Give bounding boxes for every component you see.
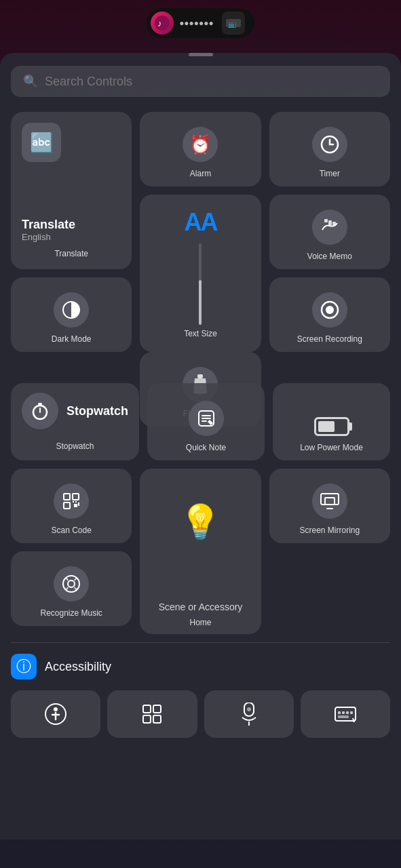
svg-rect-22: [75, 501, 77, 502]
stopwatch-icon: [22, 393, 58, 429]
recognize-music-cell[interactable]: Recognize Music: [11, 551, 132, 626]
controls-grid: 🔤 Translate English Translate ⏰ Alarm Ti…: [11, 112, 390, 427]
svg-rect-39: [342, 711, 345, 714]
screen-recording-label: Screen Recording: [297, 334, 362, 345]
acc-cell-2[interactable]: [204, 690, 294, 738]
svg-point-29: [54, 707, 58, 711]
text-size-slider[interactable]: [199, 243, 202, 325]
top-bar: ♪ ●●●●●●● 📺: [0, 0, 401, 46]
svg-text:♪: ♪: [157, 18, 162, 28]
svg-rect-32: [143, 715, 151, 723]
svg-rect-26: [321, 494, 339, 505]
quick-note-icon: [189, 401, 224, 436]
translate-subtitle: English: [22, 232, 121, 242]
svg-rect-41: [350, 711, 353, 714]
timer-cell[interactable]: Timer: [269, 112, 390, 186]
stopwatch-name: Stopwatch: [66, 404, 128, 418]
text-size-cell[interactable]: AA Text Size: [140, 195, 261, 352]
screen-mirroring-label: Screen Mirroring: [299, 526, 360, 536]
voice-memo-label: Voice Memo: [307, 252, 352, 262]
text-size-label: Text Size: [184, 329, 217, 338]
alarm-cell[interactable]: ⏰ Alarm: [140, 112, 261, 186]
search-input[interactable]: [45, 75, 378, 89]
scan-code-label: Scan Code: [51, 526, 91, 536]
recognize-music-label: Recognize Music: [40, 608, 102, 619]
translate-title: Translate: [22, 218, 121, 232]
timer-label: Timer: [320, 169, 340, 180]
sheet-handle: [189, 53, 213, 56]
svg-rect-5: [324, 219, 328, 222]
search-bar[interactable]: 🔍: [11, 66, 390, 97]
acc-cell-0[interactable]: [11, 690, 100, 738]
svg-rect-30: [143, 705, 151, 713]
dark-mode-cell[interactable]: Dark Mode: [11, 277, 132, 352]
recognize-music-icon: [54, 566, 89, 601]
stopwatch-cell[interactable]: Stopwatch Stopwatch: [11, 383, 139, 460]
svg-point-13: [326, 306, 334, 314]
svg-rect-40: [346, 711, 349, 714]
home-label: Home: [159, 618, 243, 627]
text-size-slider-fill: [199, 280, 202, 325]
battery-fill: [318, 421, 335, 432]
screen-mirroring-cell[interactable]: Screen Mirroring: [269, 469, 390, 543]
svg-rect-33: [153, 715, 161, 723]
quick-note-cell[interactable]: Quick Note: [147, 383, 265, 460]
low-power-mode-cell[interactable]: Low Power Mode: [273, 383, 390, 460]
dark-mode-icon: [54, 292, 89, 328]
accessibility-section-icon: ⓘ: [11, 654, 37, 679]
svg-rect-42: [338, 715, 349, 718]
svg-rect-27: [325, 498, 335, 505]
translate-info: Translate English: [22, 218, 121, 242]
text-size-aa: AA: [184, 208, 216, 237]
accessibility-grid: [11, 690, 390, 738]
home-scene-text: Scene or Accessory: [159, 601, 243, 612]
svg-rect-6: [328, 220, 332, 225]
screen-mirroring-icon: [312, 484, 347, 519]
quick-note-label: Quick Note: [186, 443, 226, 454]
svg-point-25: [68, 580, 75, 587]
accessibility-header: ⓘ Accessibility: [11, 654, 390, 679]
svg-rect-20: [74, 504, 77, 507]
svg-rect-38: [338, 711, 341, 714]
avatar: ♪: [151, 12, 174, 35]
svg-rect-19: [64, 502, 70, 509]
voice-memo-cell[interactable]: Voice Memo: [269, 195, 390, 269]
acc-cell-1[interactable]: [107, 690, 197, 738]
search-icon: 🔍: [23, 74, 38, 89]
translate-cell[interactable]: 🔤 Translate English Translate: [11, 112, 132, 269]
now-playing-pill[interactable]: ♪ ●●●●●●● 📺: [147, 8, 254, 38]
alarm-icon: ⏰: [183, 127, 218, 162]
home-cell[interactable]: 💡 Scene or Accessory Home: [140, 469, 261, 634]
scan-code-cell[interactable]: Scan Code: [11, 469, 132, 543]
svg-rect-9: [197, 374, 203, 378]
control-center-sheet: 🔍 🔤 Translate English Translate ⏰ Alarm: [0, 53, 401, 840]
translate-icon: 🔤: [22, 123, 61, 162]
svg-rect-23: [78, 502, 79, 506]
screen-recording-icon: [312, 292, 347, 328]
stopwatch-label: Stopwatch: [56, 441, 94, 451]
alarm-label: Alarm: [190, 169, 211, 180]
svg-rect-18: [73, 494, 79, 500]
timer-icon: [312, 127, 347, 162]
scan-code-icon: [54, 484, 89, 519]
svg-rect-17: [64, 494, 70, 500]
svg-rect-15: [38, 403, 42, 405]
low-power-mode-label: Low Power Mode: [300, 443, 363, 454]
svg-text:📺: 📺: [228, 20, 237, 28]
svg-rect-31: [153, 705, 161, 713]
accessibility-section: ⓘ Accessibility: [11, 642, 390, 738]
accessibility-title: Accessibility: [45, 660, 111, 674]
screen-recording-cell[interactable]: Screen Recording: [269, 277, 390, 352]
dark-mode-label: Dark Mode: [52, 334, 92, 345]
translate-label: Translate: [54, 249, 88, 258]
voice-memo-icon: [312, 210, 347, 245]
appletv-icon[interactable]: 📺: [222, 12, 245, 35]
home-bulb-icon: 💡: [179, 502, 221, 542]
battery-icon: [314, 417, 349, 436]
acc-cell-3[interactable]: [301, 690, 390, 738]
svg-point-35: [247, 707, 251, 711]
svg-rect-21: [73, 501, 74, 502]
now-playing-name: ●●●●●●●: [179, 18, 214, 28]
